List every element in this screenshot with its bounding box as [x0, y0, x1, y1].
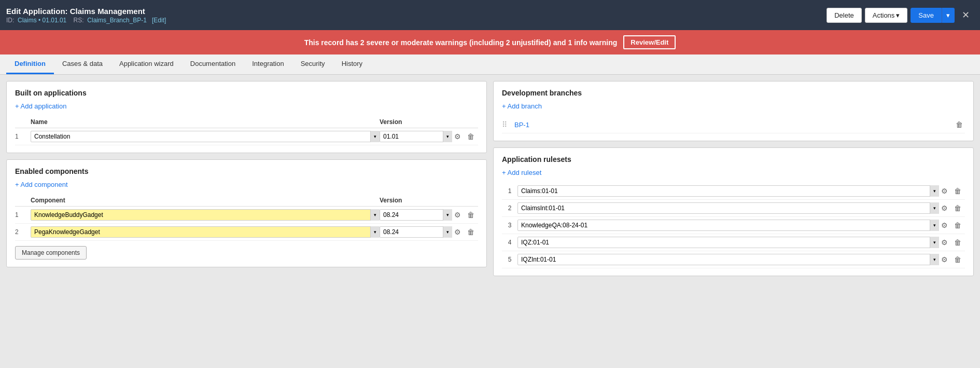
- development-branches-title: Development branches: [502, 89, 965, 97]
- table-row: 1 ▾ ▾ ⚙ 🗑: [15, 207, 478, 224]
- table-row: 3 ▾ ⚙ 🗑: [502, 217, 965, 234]
- ruleset-input-4[interactable]: [517, 237, 939, 248]
- app-name-input[interactable]: [31, 131, 380, 142]
- ruleset-num-4: 4: [502, 239, 517, 246]
- actions-button[interactable]: Actions ▾: [865, 8, 908, 23]
- ruleset-input-3[interactable]: [517, 220, 939, 231]
- add-ruleset-link[interactable]: + Add ruleset: [502, 169, 541, 176]
- comp-delete-button-2[interactable]: 🗑: [465, 227, 477, 237]
- ruleset-input-5[interactable]: [517, 254, 939, 265]
- save-button[interactable]: Save: [911, 8, 942, 23]
- row-number: 1: [15, 133, 31, 140]
- review-edit-button[interactable]: Review/Edit: [623, 35, 676, 49]
- add-branch-link[interactable]: + Add branch: [502, 102, 542, 110]
- app-row-actions: ⚙ 🗑: [452, 131, 478, 142]
- left-column: Built on applications + Add application …: [6, 81, 487, 276]
- tab-integration[interactable]: Integration: [244, 54, 292, 74]
- ruleset-settings-4[interactable]: ⚙: [939, 237, 950, 248]
- ruleset-actions-1: ⚙ 🗑: [939, 186, 965, 196]
- tab-documentation[interactable]: Documentation: [182, 54, 244, 74]
- tab-security[interactable]: Security: [292, 54, 333, 74]
- ruleset-name-cell-2: ▾: [517, 202, 939, 214]
- ruleset-delete-1[interactable]: 🗑: [952, 186, 963, 196]
- ruleset-name-cell-5: ▾: [517, 254, 939, 265]
- tab-history[interactable]: History: [333, 54, 371, 74]
- ruleset-input-wrapper-5: ▾: [517, 254, 939, 265]
- id-value: Claims • 01.01.01: [18, 17, 66, 24]
- table-row: 2 ▾ ⚙ 🗑: [502, 200, 965, 217]
- built-on-apps-title: Built on applications: [15, 89, 478, 97]
- comp-name-dropdown-1[interactable]: ▾: [370, 209, 380, 221]
- ruleset-dropdown-2[interactable]: ▾: [930, 202, 939, 214]
- comp-name-input-2[interactable]: [31, 226, 380, 238]
- ruleset-settings-1[interactable]: ⚙: [939, 186, 950, 196]
- col-num-header: [15, 118, 31, 126]
- comp-delete-button-1[interactable]: 🗑: [465, 210, 477, 220]
- branch-name[interactable]: BP-1: [514, 121, 529, 129]
- enabled-components-title: Enabled components: [15, 167, 478, 175]
- comp-col-component: Component: [31, 197, 380, 204]
- application-rulesets-title: Application rulesets: [502, 155, 965, 163]
- ruleset-actions-4: ⚙ 🗑: [939, 237, 965, 248]
- rulesets-table: 1 ▾ ⚙ 🗑 2: [502, 183, 965, 268]
- ruleset-delete-3[interactable]: 🗑: [952, 220, 963, 230]
- ruleset-input-2[interactable]: [517, 202, 939, 214]
- ruleset-delete-4[interactable]: 🗑: [952, 237, 963, 248]
- comp-version-input-2[interactable]: [380, 226, 452, 238]
- col-actions-header: [452, 118, 478, 126]
- add-application-link[interactable]: + Add application: [15, 102, 66, 110]
- ruleset-delete-5[interactable]: 🗑: [952, 254, 963, 265]
- save-dropdown-button[interactable]: ▾: [942, 8, 955, 23]
- ruleset-dropdown-1[interactable]: ▾: [930, 185, 939, 197]
- comp-version-wrapper-1: ▾: [380, 209, 452, 221]
- app-delete-button[interactable]: 🗑: [465, 131, 477, 142]
- ruleset-settings-3[interactable]: ⚙: [939, 220, 950, 230]
- col-version-header: Version: [380, 118, 452, 126]
- comp-name-wrapper-1: ▾: [31, 209, 380, 221]
- application-rulesets-panel: Application rulesets + Add ruleset 1 ▾ ⚙…: [493, 147, 974, 276]
- enabled-components-panel: Enabled components + Add component Compo…: [6, 159, 487, 267]
- comp-version-dropdown-2[interactable]: ▾: [443, 226, 452, 238]
- close-button[interactable]: ✕: [958, 7, 974, 23]
- ruleset-dropdown-4[interactable]: ▾: [930, 237, 939, 248]
- delete-button[interactable]: Delete: [827, 8, 862, 23]
- drag-handle-icon[interactable]: ⠿: [502, 120, 507, 129]
- comp-version-dropdown-1[interactable]: ▾: [443, 209, 452, 221]
- ruleset-delete-2[interactable]: 🗑: [952, 203, 963, 213]
- ruleset-dropdown-5[interactable]: ▾: [930, 254, 939, 265]
- table-row: 4 ▾ ⚙ 🗑: [502, 234, 965, 251]
- comp-settings-button-1[interactable]: ⚙: [452, 210, 463, 220]
- comp-table-header: Component Version: [15, 195, 478, 207]
- comp-name-cell-1: ▾: [31, 209, 380, 221]
- ruleset-input-1[interactable]: [517, 185, 939, 197]
- app-settings-button[interactable]: ⚙: [452, 131, 463, 142]
- app-name-dropdown-btn[interactable]: ▾: [370, 131, 380, 142]
- comp-name-input-1[interactable]: [31, 209, 380, 221]
- table-row: 1 ▾ ▾ ⚙ 🗑: [15, 128, 478, 145]
- ruleset-settings-2[interactable]: ⚙: [939, 203, 950, 213]
- manage-components-button[interactable]: Manage components: [15, 246, 87, 260]
- ruleset-dropdown-3[interactable]: ▾: [930, 220, 939, 231]
- main-content: Built on applications + Add application …: [0, 75, 980, 282]
- ruleset-name-cell-4: ▾: [517, 237, 939, 248]
- comp-name-dropdown-2[interactable]: ▾: [370, 226, 380, 238]
- add-component-link[interactable]: + Add component: [15, 181, 68, 188]
- ruleset-actions-3: ⚙ 🗑: [939, 220, 965, 230]
- app-version-input[interactable]: [380, 131, 452, 142]
- branch-delete-button[interactable]: 🗑: [954, 119, 965, 130]
- tab-application-wizard[interactable]: Application wizard: [111, 54, 182, 74]
- header-info: Edit Application: Claims Management ID: …: [6, 7, 166, 24]
- tab-definition[interactable]: Definition: [6, 54, 54, 74]
- comp-settings-button-2[interactable]: ⚙: [452, 227, 463, 237]
- app-version-dropdown-btn[interactable]: ▾: [443, 131, 452, 142]
- comp-name-cell-2: ▾: [31, 226, 380, 238]
- edit-link[interactable]: [Edit]: [152, 17, 166, 24]
- ruleset-num-5: 5: [502, 256, 517, 263]
- rs-value: Claims_Branch_BP-1: [87, 17, 147, 24]
- tab-bar: Definition Cases & data Application wiza…: [0, 54, 980, 75]
- ruleset-settings-5[interactable]: ⚙: [939, 254, 950, 265]
- built-on-apps-panel: Built on applications + Add application …: [6, 81, 487, 153]
- tab-cases-data[interactable]: Cases & data: [54, 54, 111, 74]
- comp-version-input-1[interactable]: [380, 209, 452, 221]
- comp-row-num-2: 2: [15, 228, 31, 236]
